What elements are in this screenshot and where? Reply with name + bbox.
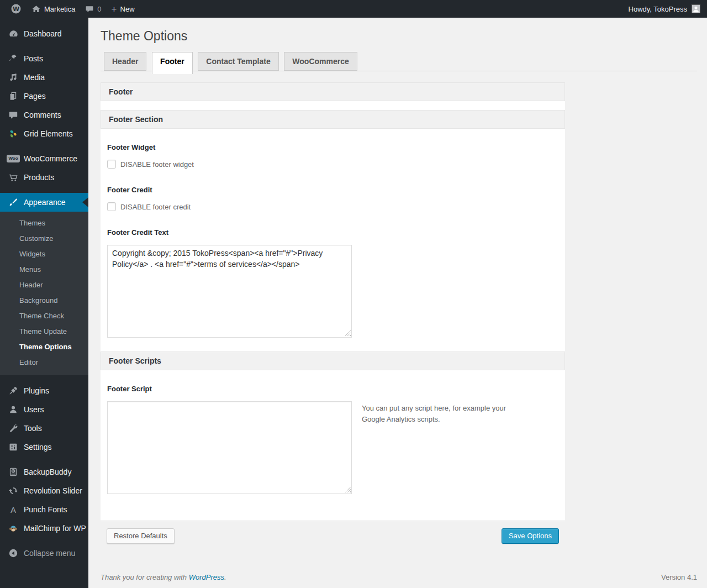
menu-separator [0,456,88,463]
submenu-item-header[interactable]: Header [0,277,88,293]
disable-footer-widget-checkbox[interactable] [107,160,116,169]
submenu-item-menus[interactable]: Menus [0,262,88,277]
sidebar-item-label: MailChimp for WP [24,524,86,533]
submenu-item-background[interactable]: Background [0,293,88,308]
sidebar-item-label: Appearance [24,198,66,207]
grid-elements-icon [8,128,19,139]
footer-section-title: Footer Section [109,115,163,124]
panel-spacer [101,101,565,110]
submenu-item-widgets[interactable]: Widgets [0,246,88,262]
submenu-item-theme-check[interactable]: Theme Check [0,308,88,324]
footer-section-bar: Footer Section [101,110,565,129]
rotate-arrows-icon [8,485,19,496]
sidebar-item-label: BackupBuddy [24,468,71,476]
wordpress-link[interactable]: WordPress [189,573,224,581]
wordpress-logo-icon[interactable]: W [6,0,27,18]
sidebar-item-label: Revolution Slider [24,486,82,495]
site-menu[interactable]: Marketica [27,0,80,18]
plug-icon [8,385,19,396]
howdy-account-menu[interactable]: Howdy, TokoPress [629,5,692,13]
sidebar-item-media[interactable]: Media [0,68,88,87]
version-text: Version 4.1 [661,573,697,581]
sidebar-item-comments[interactable]: Comments [0,106,88,124]
page-title: Theme Options [101,23,697,50]
tab-footer[interactable]: Footer [152,52,193,74]
sidebar-item-label: WooCommerce [24,154,77,163]
disable-footer-widget-text: DISABLE footer widget [120,160,194,169]
sidebar-item-label: Collapse menu [24,549,75,558]
footer-credit-text-textarea[interactable]: Copyright &copy; 2015 TokoPress<span><a … [107,245,352,338]
disable-footer-credit-text: DISABLE footer credit [120,203,191,211]
tab-header[interactable]: Header [104,52,146,71]
appearance-submenu: Themes Customize Widgets Menus Header Ba… [0,212,88,375]
sidebar-item-revolution-slider[interactable]: Revolution Slider [0,481,88,500]
footer-scripts-body: Footer Script You can put any script her… [101,370,565,494]
panel-title: Footer [109,87,133,96]
submenu-item-customize[interactable]: Customize [0,231,88,246]
svg-text:W: W [13,6,19,13]
admin-bar: W Marketica 0 + New Howdy, TokoPress [0,0,707,18]
footer-thanks-text: Thank you for creating with WordPress. [101,573,226,581]
pushpin-icon [8,53,19,64]
sidebar-item-settings[interactable]: Settings [0,438,88,456]
restore-defaults-button[interactable]: Restore Defaults [107,528,175,544]
footer-scripts-bar: Footer Scripts [101,351,565,370]
panel-title-bar: Footer [101,82,565,101]
letter-a-icon: A [8,504,19,515]
submenu-item-theme-options[interactable]: Theme Options [0,339,88,355]
avatar[interactable] [692,4,700,13]
save-options-button[interactable]: Save Options [502,528,559,544]
pages-icon [8,91,19,102]
footer-scripts-title: Footer Scripts [109,356,161,365]
site-name: Marketica [44,5,75,13]
comments-count: 0 [97,5,101,13]
sidebar-item-users[interactable]: Users [0,400,88,419]
sidebar-item-tools[interactable]: Tools [0,419,88,438]
submenu-item-theme-update[interactable]: Theme Update [0,324,88,339]
sidebar-item-posts[interactable]: Posts [0,49,88,68]
dashboard-gauge-icon [8,28,19,39]
new-content-button[interactable]: + New [107,0,140,18]
sidebar-item-label: Comments [24,111,61,119]
sidebar-item-label: Tools [24,424,42,433]
media-note-icon [8,72,19,83]
menu-separator [0,43,88,49]
sidebar-item-backupbuddy[interactable]: BackupBuddy [0,463,88,481]
comment-bubble-icon [8,109,19,120]
tab-contact-template[interactable]: Contact Template [198,52,278,71]
sidebar-item-label: Pages [24,92,46,101]
backup-disk-icon [8,466,19,477]
footer-credit-label: Footer Credit [107,186,558,194]
submenu-item-editor[interactable]: Editor [0,355,88,370]
sidebar-item-label: Grid Elements [24,129,73,138]
sidebar-item-label: Products [24,173,54,182]
sidebar-item-products[interactable]: Products [0,168,88,187]
submenu-item-themes[interactable]: Themes [0,216,88,231]
menu-separator [0,143,88,149]
new-label: New [120,5,135,13]
tab-bar: Header Footer Contact Template WooCommer… [101,52,697,74]
disable-footer-widget-row: DISABLE footer widget [107,160,558,169]
sidebar-item-pages[interactable]: Pages [0,87,88,106]
sidebar-item-plugins[interactable]: Plugins [0,381,88,400]
menu-separator [0,187,88,193]
sidebar-item-grid-elements[interactable]: Grid Elements [0,124,88,143]
sidebar-item-woocommerce[interactable]: Woo WooCommerce [0,149,88,168]
sidebar-item-dashboard[interactable]: Dashboard [0,24,88,43]
sidebar-item-punch-fonts[interactable]: A Punch Fonts [0,500,88,519]
footer-script-label: Footer Script [107,385,558,393]
collapse-menu-button[interactable]: Collapse menu [0,544,88,563]
user-icon [8,404,19,415]
footer-script-help: You can put any script here, for example… [362,403,527,425]
footer-widget-label: Footer Widget [107,143,558,151]
disable-footer-credit-checkbox[interactable] [107,202,116,211]
sidebar-item-appearance[interactable]: Appearance [0,193,88,212]
sidebar-item-label: Media [24,73,45,82]
admin-bar-comments[interactable]: 0 [80,0,106,18]
sidebar-item-mailchimp[interactable]: MailChimp for WP [0,519,88,538]
sidebar-item-label: Punch Fonts [24,505,67,514]
footer-script-textarea[interactable] [107,401,352,494]
sliders-icon [8,442,19,453]
admin-sidebar: Dashboard Posts Media Pages Commen [0,18,88,588]
tab-woocommerce[interactable]: WooCommerce [284,52,357,71]
